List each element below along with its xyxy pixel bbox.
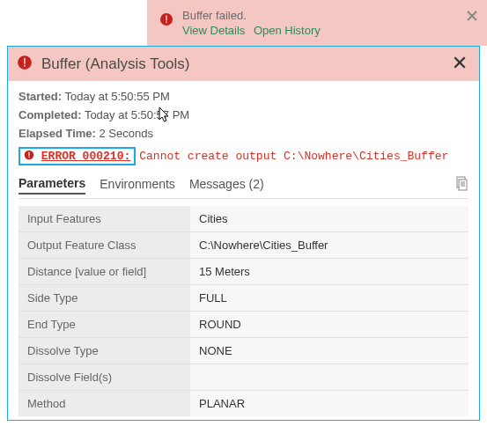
svg-rect-12 [28,157,29,158]
close-notification-button[interactable] [466,9,478,25]
param-value: Cities [190,206,469,231]
error-line: ERROR 000210: Cannot create output C:\No… [18,147,469,165]
table-row: Side TypeFULL [18,285,469,312]
table-row: Output Feature ClassC:\Nowhere\Cities_Bu… [18,232,469,259]
started-value: Today at 5:50:55 PM [65,90,170,103]
table-row: MethodPLANAR [18,391,469,416]
tab-messages[interactable]: Messages (2) [189,177,264,194]
completed-line: Completed: Today at 5:50:57 PM [18,108,469,121]
close-panel-button[interactable] [449,54,470,74]
param-value: FULL [190,285,469,311]
param-name: Side Type [18,285,190,311]
param-name: Method [18,391,190,416]
svg-rect-7 [24,65,26,67]
table-row: End TypeROUND [18,312,469,338]
elapsed-label: Elapsed Time: [18,127,96,140]
param-name: Distance [value or field] [18,259,190,284]
parameters-table: Input FeaturesCitiesOutput Feature Class… [18,206,469,416]
error-icon [159,12,173,29]
param-value: PLANAR [190,391,469,416]
param-name: Output Feature Class [18,232,190,258]
completed-label: Completed: [18,108,82,121]
param-value: 15 Meters [190,259,469,284]
started-line: Started: Today at 5:50:55 PM [18,90,469,103]
param-value: NONE [190,338,469,364]
error-code-link[interactable]: ERROR 000210: [41,150,130,163]
svg-rect-1 [166,16,167,21]
completed-value: Today at 5:50:57 PM [85,108,189,121]
param-value [190,364,469,390]
param-name: Dissolve Field(s) [18,364,190,390]
table-row: Dissolve Field(s) [18,364,469,391]
copy-icon[interactable] [454,176,469,195]
tabs: Parameters Environments Messages (2) [18,176,469,199]
table-row: Distance [value or field]15 Meters [18,259,469,285]
table-row: Input FeaturesCities [18,206,469,232]
elapsed-value: 2 Seconds [100,127,153,140]
panel-header: Buffer (Analysis Tools) [8,47,479,81]
svg-rect-6 [24,58,26,64]
elapsed-line: Elapsed Time: 2 Seconds [18,127,469,140]
panel-title: Buffer (Analysis Tools) [41,55,449,73]
error-icon [17,55,33,73]
error-message: Cannot create output C:\Nowhere\Cities_B… [139,150,448,163]
tab-environments[interactable]: Environments [100,177,175,194]
svg-rect-11 [28,152,29,157]
param-name: End Type [18,312,190,337]
notification-toast: Buffer failed. View Details Open History [147,0,487,46]
started-label: Started: [18,90,62,103]
notification-title: Buffer failed. [182,9,461,22]
param-value: ROUND [190,312,469,337]
view-details-link[interactable]: View Details [182,24,245,37]
open-history-link[interactable]: Open History [254,24,321,37]
error-code-highlight: ERROR 000210: [18,147,136,165]
param-name: Dissolve Type [18,338,190,364]
param-value: C:\Nowhere\Cities_Buffer [190,232,469,258]
param-name: Input Features [18,206,190,231]
svg-rect-14 [459,180,467,190]
result-panel: Buffer (Analysis Tools) Started: Today a… [7,46,480,421]
error-icon [24,150,34,163]
tab-parameters[interactable]: Parameters [18,176,85,195]
table-row: Dissolve TypeNONE [18,338,469,364]
svg-rect-2 [166,22,167,24]
